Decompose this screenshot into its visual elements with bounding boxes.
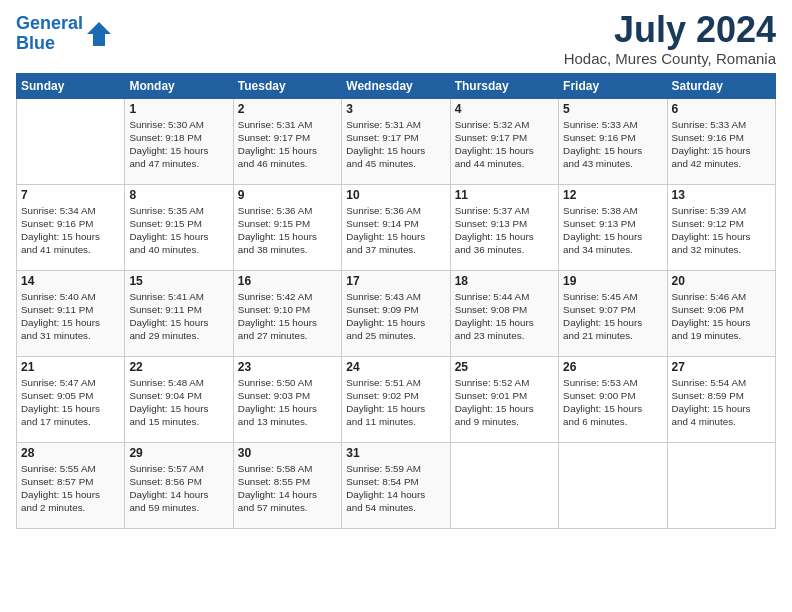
calendar-cell xyxy=(17,98,125,184)
day-info: Sunrise: 5:58 AM Sunset: 8:55 PM Dayligh… xyxy=(238,462,337,515)
day-info: Sunrise: 5:37 AM Sunset: 9:13 PM Dayligh… xyxy=(455,204,554,257)
day-number: 17 xyxy=(346,274,445,288)
calendar-cell: 30Sunrise: 5:58 AM Sunset: 8:55 PM Dayli… xyxy=(233,442,341,528)
weekday-tuesday: Tuesday xyxy=(233,73,341,98)
calendar-cell: 2Sunrise: 5:31 AM Sunset: 9:17 PM Daylig… xyxy=(233,98,341,184)
calendar-cell: 10Sunrise: 5:36 AM Sunset: 9:14 PM Dayli… xyxy=(342,184,450,270)
calendar-cell: 14Sunrise: 5:40 AM Sunset: 9:11 PM Dayli… xyxy=(17,270,125,356)
day-info: Sunrise: 5:46 AM Sunset: 9:06 PM Dayligh… xyxy=(672,290,771,343)
day-info: Sunrise: 5:32 AM Sunset: 9:17 PM Dayligh… xyxy=(455,118,554,171)
logo-icon xyxy=(85,20,113,48)
calendar-cell xyxy=(667,442,775,528)
day-info: Sunrise: 5:35 AM Sunset: 9:15 PM Dayligh… xyxy=(129,204,228,257)
day-number: 12 xyxy=(563,188,662,202)
calendar-cell: 1Sunrise: 5:30 AM Sunset: 9:18 PM Daylig… xyxy=(125,98,233,184)
day-number: 28 xyxy=(21,446,120,460)
calendar-cell: 13Sunrise: 5:39 AM Sunset: 9:12 PM Dayli… xyxy=(667,184,775,270)
day-info: Sunrise: 5:54 AM Sunset: 8:59 PM Dayligh… xyxy=(672,376,771,429)
calendar-cell: 18Sunrise: 5:44 AM Sunset: 9:08 PM Dayli… xyxy=(450,270,558,356)
page: General Blue July 2024 Hodac, Mures Coun… xyxy=(0,0,792,539)
day-info: Sunrise: 5:36 AM Sunset: 9:14 PM Dayligh… xyxy=(346,204,445,257)
day-number: 22 xyxy=(129,360,228,374)
day-info: Sunrise: 5:44 AM Sunset: 9:08 PM Dayligh… xyxy=(455,290,554,343)
calendar-cell xyxy=(559,442,667,528)
day-number: 30 xyxy=(238,446,337,460)
day-info: Sunrise: 5:33 AM Sunset: 9:16 PM Dayligh… xyxy=(563,118,662,171)
day-info: Sunrise: 5:48 AM Sunset: 9:04 PM Dayligh… xyxy=(129,376,228,429)
week-row-3: 21Sunrise: 5:47 AM Sunset: 9:05 PM Dayli… xyxy=(17,356,776,442)
calendar-cell: 27Sunrise: 5:54 AM Sunset: 8:59 PM Dayli… xyxy=(667,356,775,442)
weekday-saturday: Saturday xyxy=(667,73,775,98)
day-info: Sunrise: 5:47 AM Sunset: 9:05 PM Dayligh… xyxy=(21,376,120,429)
calendar-cell: 20Sunrise: 5:46 AM Sunset: 9:06 PM Dayli… xyxy=(667,270,775,356)
day-info: Sunrise: 5:50 AM Sunset: 9:03 PM Dayligh… xyxy=(238,376,337,429)
day-number: 23 xyxy=(238,360,337,374)
calendar-cell: 17Sunrise: 5:43 AM Sunset: 9:09 PM Dayli… xyxy=(342,270,450,356)
day-number: 21 xyxy=(21,360,120,374)
day-number: 8 xyxy=(129,188,228,202)
day-number: 14 xyxy=(21,274,120,288)
header: General Blue July 2024 Hodac, Mures Coun… xyxy=(16,10,776,67)
weekday-wednesday: Wednesday xyxy=(342,73,450,98)
weekday-thursday: Thursday xyxy=(450,73,558,98)
day-number: 16 xyxy=(238,274,337,288)
day-number: 7 xyxy=(21,188,120,202)
day-number: 31 xyxy=(346,446,445,460)
week-row-4: 28Sunrise: 5:55 AM Sunset: 8:57 PM Dayli… xyxy=(17,442,776,528)
day-number: 27 xyxy=(672,360,771,374)
week-row-1: 7Sunrise: 5:34 AM Sunset: 9:16 PM Daylig… xyxy=(17,184,776,270)
day-number: 4 xyxy=(455,102,554,116)
day-info: Sunrise: 5:59 AM Sunset: 8:54 PM Dayligh… xyxy=(346,462,445,515)
day-info: Sunrise: 5:39 AM Sunset: 9:12 PM Dayligh… xyxy=(672,204,771,257)
day-info: Sunrise: 5:57 AM Sunset: 8:56 PM Dayligh… xyxy=(129,462,228,515)
logo-text: General Blue xyxy=(16,14,83,54)
day-number: 25 xyxy=(455,360,554,374)
logo-general: General xyxy=(16,13,83,33)
day-info: Sunrise: 5:33 AM Sunset: 9:16 PM Dayligh… xyxy=(672,118,771,171)
day-number: 26 xyxy=(563,360,662,374)
day-number: 18 xyxy=(455,274,554,288)
calendar-cell: 29Sunrise: 5:57 AM Sunset: 8:56 PM Dayli… xyxy=(125,442,233,528)
day-info: Sunrise: 5:43 AM Sunset: 9:09 PM Dayligh… xyxy=(346,290,445,343)
weekday-sunday: Sunday xyxy=(17,73,125,98)
day-number: 5 xyxy=(563,102,662,116)
weekday-header-row: SundayMondayTuesdayWednesdayThursdayFrid… xyxy=(17,73,776,98)
calendar-cell: 19Sunrise: 5:45 AM Sunset: 9:07 PM Dayli… xyxy=(559,270,667,356)
calendar-cell: 31Sunrise: 5:59 AM Sunset: 8:54 PM Dayli… xyxy=(342,442,450,528)
calendar-cell: 24Sunrise: 5:51 AM Sunset: 9:02 PM Dayli… xyxy=(342,356,450,442)
week-row-2: 14Sunrise: 5:40 AM Sunset: 9:11 PM Dayli… xyxy=(17,270,776,356)
day-number: 19 xyxy=(563,274,662,288)
title-block: July 2024 Hodac, Mures County, Romania xyxy=(564,10,776,67)
weekday-monday: Monday xyxy=(125,73,233,98)
week-row-0: 1Sunrise: 5:30 AM Sunset: 9:18 PM Daylig… xyxy=(17,98,776,184)
calendar-cell: 5Sunrise: 5:33 AM Sunset: 9:16 PM Daylig… xyxy=(559,98,667,184)
calendar-cell: 3Sunrise: 5:31 AM Sunset: 9:17 PM Daylig… xyxy=(342,98,450,184)
weekday-friday: Friday xyxy=(559,73,667,98)
calendar-cell xyxy=(450,442,558,528)
calendar-cell: 16Sunrise: 5:42 AM Sunset: 9:10 PM Dayli… xyxy=(233,270,341,356)
day-number: 15 xyxy=(129,274,228,288)
day-number: 6 xyxy=(672,102,771,116)
calendar-cell: 15Sunrise: 5:41 AM Sunset: 9:11 PM Dayli… xyxy=(125,270,233,356)
day-number: 1 xyxy=(129,102,228,116)
calendar-cell: 11Sunrise: 5:37 AM Sunset: 9:13 PM Dayli… xyxy=(450,184,558,270)
calendar-cell: 6Sunrise: 5:33 AM Sunset: 9:16 PM Daylig… xyxy=(667,98,775,184)
day-number: 3 xyxy=(346,102,445,116)
day-info: Sunrise: 5:53 AM Sunset: 9:00 PM Dayligh… xyxy=(563,376,662,429)
logo-blue: Blue xyxy=(16,33,55,53)
calendar-body: 1Sunrise: 5:30 AM Sunset: 9:18 PM Daylig… xyxy=(17,98,776,528)
day-info: Sunrise: 5:42 AM Sunset: 9:10 PM Dayligh… xyxy=(238,290,337,343)
day-info: Sunrise: 5:45 AM Sunset: 9:07 PM Dayligh… xyxy=(563,290,662,343)
calendar-cell: 8Sunrise: 5:35 AM Sunset: 9:15 PM Daylig… xyxy=(125,184,233,270)
day-info: Sunrise: 5:34 AM Sunset: 9:16 PM Dayligh… xyxy=(21,204,120,257)
day-info: Sunrise: 5:40 AM Sunset: 9:11 PM Dayligh… xyxy=(21,290,120,343)
day-info: Sunrise: 5:51 AM Sunset: 9:02 PM Dayligh… xyxy=(346,376,445,429)
calendar-table: SundayMondayTuesdayWednesdayThursdayFrid… xyxy=(16,73,776,529)
day-number: 10 xyxy=(346,188,445,202)
calendar-cell: 23Sunrise: 5:50 AM Sunset: 9:03 PM Dayli… xyxy=(233,356,341,442)
calendar-cell: 12Sunrise: 5:38 AM Sunset: 9:13 PM Dayli… xyxy=(559,184,667,270)
day-info: Sunrise: 5:31 AM Sunset: 9:17 PM Dayligh… xyxy=(238,118,337,171)
day-number: 2 xyxy=(238,102,337,116)
day-number: 24 xyxy=(346,360,445,374)
calendar-cell: 26Sunrise: 5:53 AM Sunset: 9:00 PM Dayli… xyxy=(559,356,667,442)
